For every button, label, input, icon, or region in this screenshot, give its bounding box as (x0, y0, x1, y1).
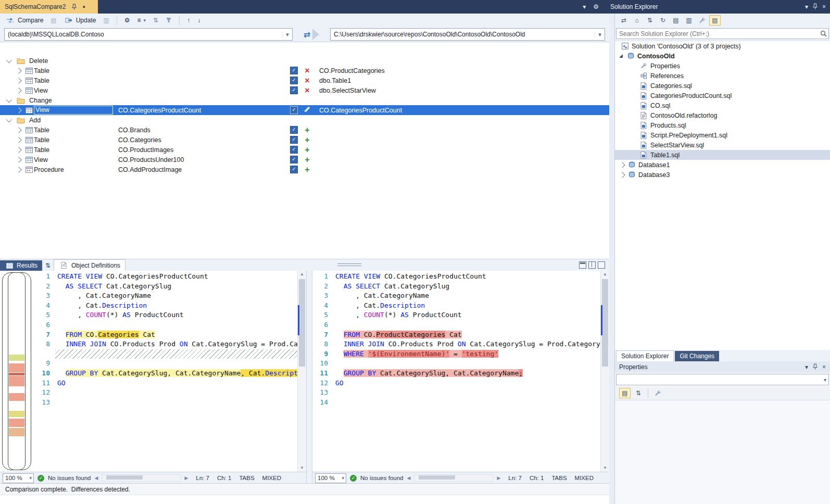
include-checkbox[interactable]: ✓ (290, 156, 298, 163)
chevron-collapsed-icon[interactable] (16, 78, 21, 83)
right-vertical-scrollbar[interactable]: ▲ ▼ (600, 271, 609, 472)
home-icon[interactable]: ⌂ (631, 15, 643, 26)
result-row-CO.ProductCategories[interactable]: Table✓×CO.ProductCategories (0, 66, 609, 75)
include-checkbox[interactable]: ✓ (290, 86, 298, 94)
tree-item-contosoold-refactorlog[interactable]: ContosoOld.refactorlog (615, 110, 830, 120)
diff-pane-divider[interactable] (306, 271, 312, 484)
diff-overview-spine[interactable] (0, 271, 34, 472)
include-checkbox[interactable]: ✓ (290, 136, 298, 144)
pin-icon[interactable] (812, 3, 818, 11)
minimize-pane-icon[interactable] (579, 261, 586, 269)
filter-icon[interactable] (164, 15, 173, 26)
window-options-gear-icon[interactable]: ⚙ (593, 3, 599, 10)
left-vertical-scrollbar[interactable]: ▲ ▼ (297, 271, 306, 472)
scroll-down-icon[interactable]: ▼ (601, 464, 609, 472)
group-row-change[interactable]: Change (0, 95, 609, 105)
tree-item-co-sql[interactable]: CO.sql (615, 100, 830, 110)
tree-item-selectstarview-sql[interactable]: SelectStarView.sql (615, 140, 830, 150)
tab-sqlschemacompare2[interactable]: SqlSchemaCompare2 ● (0, 0, 98, 14)
result-row-dbo.Table1[interactable]: Table✓×dbo.Table1 (0, 75, 609, 85)
show-folders-icon[interactable]: ▥ (683, 15, 695, 26)
chevron-down-icon[interactable]: ▾ (805, 3, 808, 10)
line-ending-indicator[interactable]: MIXED (262, 475, 281, 481)
swap-icon[interactable]: ⇄ (304, 30, 310, 40)
chevron-collapsed-icon[interactable] (16, 167, 21, 172)
compare-button[interactable]: Compare (4, 15, 45, 26)
result-row-dbo.SelectStarView[interactable]: View✓×dbo.SelectStarView (0, 85, 609, 95)
scrollbar-thumb[interactable] (106, 475, 143, 480)
line-ending-indicator[interactable]: MIXED (575, 475, 594, 481)
split-pane-icon[interactable] (588, 261, 596, 269)
include-checkbox[interactable]: ✓ (290, 126, 298, 134)
scroll-up-icon[interactable]: ▲ (601, 271, 609, 278)
chevron-collapsed-icon[interactable] (16, 107, 21, 113)
chevron-collapsed-icon[interactable] (16, 68, 21, 73)
chevron-collapsed-icon[interactable] (619, 162, 625, 168)
tab-object-definitions[interactable]: Object Definitions (54, 259, 125, 271)
tree-item-script-predeployment1-sql[interactable]: Script.PreDeployment1.sql (615, 130, 830, 140)
switch-views-icon[interactable]: ⇄ (618, 15, 630, 26)
tree-item-properties[interactable]: Properties (615, 61, 830, 71)
close-icon[interactable]: × (822, 3, 826, 10)
chevron-collapsed-icon[interactable] (16, 87, 21, 93)
result-row-CO.AddProductImage[interactable]: ProcedureCO.AddProductImage✓+ (0, 165, 609, 174)
zoom-combobox[interactable]: 100 % ▾ (3, 473, 34, 483)
previous-difference-icon[interactable]: ↑ (185, 15, 192, 26)
chevron-collapsed-icon[interactable] (16, 127, 21, 133)
next-difference-icon[interactable]: ↓ (196, 15, 202, 26)
categorized-icon[interactable]: ▤ (619, 388, 631, 398)
source-combobox[interactable]: (localdb)\MSSQLLocalDB.Contoso ▾ (4, 28, 293, 41)
result-row-CO.ProductsUnder100[interactable]: ViewCO.ProductsUnder100✓+ (0, 155, 609, 165)
tabs-indicator[interactable]: TABS (551, 475, 567, 481)
scroll-right-icon[interactable]: ▶ (184, 475, 188, 481)
tree-item-table1-sql[interactable]: Table1.sql (615, 150, 830, 160)
target-code-editor[interactable]: 1CREATE VIEW CO.CategoriesProductCount2 … (312, 271, 600, 472)
scroll-left-icon[interactable]: ◀ (407, 475, 410, 481)
tabs-indicator[interactable]: TABS (239, 475, 254, 481)
tree-item-database3[interactable]: Database3 (615, 170, 830, 180)
horizontal-scrollbar[interactable] (414, 474, 493, 482)
include-checkbox[interactable]: ✓ (290, 106, 298, 114)
tree-item-categories-sql[interactable]: Categories.sql (615, 81, 830, 91)
scrollbar-thumb[interactable] (299, 279, 305, 367)
tree-item-references[interactable]: References (615, 71, 830, 81)
zoom-combobox[interactable]: 100 % ▾ (315, 473, 346, 483)
alphabetical-icon[interactable]: ⇅ (633, 388, 644, 398)
result-row-CO.Brands[interactable]: TableCO.Brands✓+ (0, 125, 609, 135)
close-icon[interactable]: × (822, 363, 826, 371)
compare-fields-icon[interactable]: ⇅ (152, 15, 160, 26)
search-input[interactable] (616, 28, 829, 39)
scroll-right-icon[interactable]: ▶ (497, 475, 500, 481)
tree-item-contosoold[interactable]: ContosoOld (615, 51, 830, 61)
chevron-collapsed-icon[interactable] (619, 172, 625, 178)
chevron-collapsed-icon[interactable] (16, 137, 21, 143)
chevron-expanded-icon[interactable] (6, 96, 12, 102)
scrollbar-thumb[interactable] (602, 279, 608, 367)
tab-results[interactable]: Results (0, 260, 42, 271)
tree-item-categoriesproductcount-sql[interactable]: CategoriesProductCount.sql (615, 91, 830, 100)
include-checkbox[interactable]: ✓ (290, 77, 298, 84)
scroll-left-icon[interactable]: ◀ (94, 475, 98, 481)
property-pages-icon[interactable] (652, 388, 663, 398)
chevron-down-icon[interactable]: ▾ (583, 3, 586, 10)
tree-item-products-sql[interactable]: Products.sql (615, 120, 830, 130)
scrollbar-thumb[interactable] (419, 475, 455, 480)
sort-results-icon[interactable]: ⇅ (42, 260, 54, 271)
horizontal-scrollbar[interactable] (102, 474, 181, 482)
target-combobox[interactable]: C:\Users\drskwier\source\repos\ContosoOl… (330, 28, 605, 41)
include-checkbox[interactable]: ✓ (290, 67, 298, 74)
chevron-down-icon[interactable]: ▾ (805, 363, 808, 371)
sync-with-active-document-icon[interactable]: ▤ (709, 15, 721, 26)
properties-wrench-icon[interactable] (696, 15, 708, 26)
source-code-editor[interactable]: 1CREATE VIEW CO.CategoriesProductCount2 … (34, 271, 297, 472)
result-row-CO.ProductImages[interactable]: TableCO.ProductImages✓+ (0, 145, 609, 155)
include-checkbox[interactable]: ✓ (290, 166, 298, 173)
chevron-collapsed-icon[interactable] (16, 147, 21, 153)
chevron-expanded-icon[interactable] (619, 54, 623, 58)
scroll-down-icon[interactable]: ▼ (298, 464, 306, 472)
update-button[interactable]: Update (62, 15, 98, 26)
pin-icon[interactable] (812, 363, 818, 371)
splitter-grip[interactable] (337, 262, 361, 268)
include-checkbox[interactable]: ✓ (290, 146, 298, 154)
tab-solution-explorer[interactable]: Solution Explorer (616, 350, 674, 361)
